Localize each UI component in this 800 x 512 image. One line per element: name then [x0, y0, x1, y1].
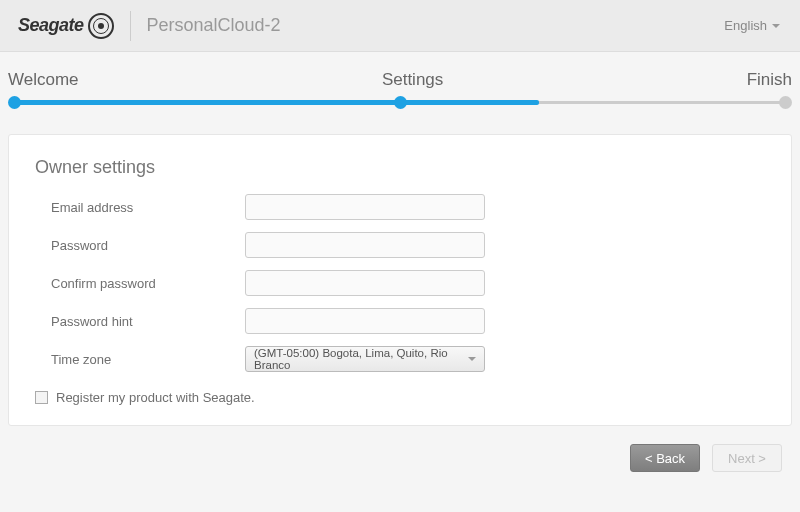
step-finish: Finish	[747, 70, 792, 90]
confirm-password-field[interactable]	[245, 270, 485, 296]
row-hint: Password hint	[35, 308, 765, 334]
brand-text: Seagate	[18, 15, 84, 36]
password-hint-label: Password hint	[35, 314, 245, 329]
next-button-label: Next >	[728, 451, 766, 466]
register-row[interactable]: Register my product with Seagate.	[35, 390, 765, 405]
wizard-container: Welcome Settings Finish Owner settings E…	[0, 52, 800, 472]
chevron-down-icon	[468, 357, 476, 361]
card-title: Owner settings	[35, 157, 765, 178]
step-labels: Welcome Settings Finish	[8, 70, 792, 90]
row-timezone: Time zone (GMT-05:00) Bogota, Lima, Quit…	[35, 346, 765, 372]
timezone-select[interactable]: (GMT-05:00) Bogota, Lima, Quito, Rio Bra…	[245, 346, 485, 372]
password-field[interactable]	[245, 232, 485, 258]
app-header: Seagate PersonalCloud-2 English	[0, 0, 800, 52]
back-button-label: < Back	[645, 451, 685, 466]
email-label: Email address	[35, 200, 245, 215]
progress-track	[8, 96, 792, 110]
step-node-2	[394, 96, 407, 109]
step-settings: Settings	[382, 70, 443, 90]
step-node-3	[779, 96, 792, 109]
owner-settings-card: Owner settings Email address Password Co…	[8, 134, 792, 426]
chevron-down-icon	[772, 24, 780, 28]
confirm-password-label: Confirm password	[35, 276, 245, 291]
track-fill	[14, 100, 539, 105]
step-node-1	[8, 96, 21, 109]
header-divider	[130, 11, 131, 41]
progress-steps: Welcome Settings Finish	[8, 70, 792, 110]
device-name: PersonalCloud-2	[147, 15, 281, 36]
password-hint-field[interactable]	[245, 308, 485, 334]
seagate-spiral-icon	[88, 13, 114, 39]
row-confirm: Confirm password	[35, 270, 765, 296]
register-label: Register my product with Seagate.	[56, 390, 255, 405]
back-button[interactable]: < Back	[630, 444, 700, 472]
next-button: Next >	[712, 444, 782, 472]
step-welcome: Welcome	[8, 70, 79, 90]
password-label: Password	[35, 238, 245, 253]
wizard-footer: < Back Next >	[8, 444, 792, 472]
timezone-label: Time zone	[35, 352, 245, 367]
language-label: English	[724, 18, 767, 33]
language-selector[interactable]: English	[724, 18, 780, 33]
row-email: Email address	[35, 194, 765, 220]
brand-logo: Seagate	[18, 13, 114, 39]
row-password: Password	[35, 232, 765, 258]
timezone-value: (GMT-05:00) Bogota, Lima, Quito, Rio Bra…	[254, 347, 468, 371]
email-field[interactable]	[245, 194, 485, 220]
register-checkbox[interactable]	[35, 391, 48, 404]
